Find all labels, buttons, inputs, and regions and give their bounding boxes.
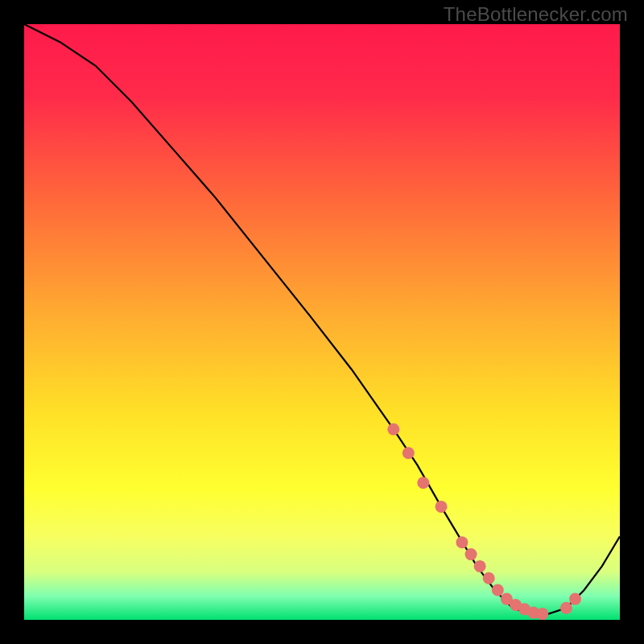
data-point (436, 501, 448, 513)
data-point (456, 536, 468, 548)
data-point (560, 602, 572, 614)
bottleneck-chart (24, 24, 620, 620)
watermark-text: TheBottlenecker.com (444, 3, 628, 26)
data-point (387, 423, 399, 436)
data-point (536, 608, 548, 620)
data-point (569, 593, 581, 605)
chart-frame: TheBottlenecker.com (0, 0, 644, 644)
gradient-background (24, 24, 620, 620)
data-point (465, 548, 477, 560)
data-point (417, 477, 429, 489)
data-point (402, 447, 415, 459)
data-point (483, 572, 495, 584)
data-point (492, 584, 504, 597)
data-point (474, 560, 486, 572)
plot-area (24, 24, 620, 620)
